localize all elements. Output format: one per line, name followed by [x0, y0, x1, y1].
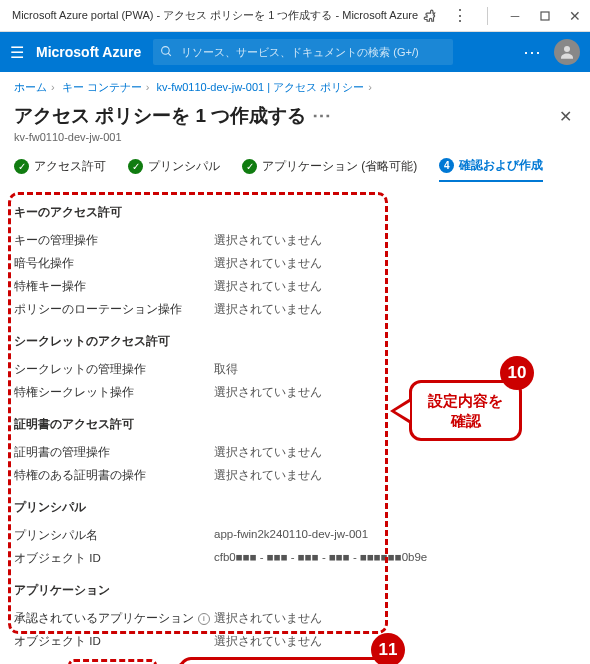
- section-title-key-perms: キーのアクセス許可: [14, 204, 576, 221]
- breadcrumb-item[interactable]: kv-fw0110-dev-jw-001 | アクセス ポリシー: [157, 81, 365, 93]
- review-row: 暗号化操作選択されていません: [14, 252, 576, 275]
- breadcrumb: ホーム› キー コンテナー› kv-fw0110-dev-jw-001 | アク…: [0, 72, 590, 99]
- avatar[interactable]: [554, 39, 580, 65]
- svg-line-2: [168, 53, 171, 56]
- info-icon[interactable]: i: [198, 613, 210, 625]
- svg-rect-0: [541, 12, 549, 20]
- brand-label[interactable]: Microsoft Azure: [36, 44, 141, 60]
- page-title: アクセス ポリシーを 1 つ作成する⋯: [14, 103, 555, 129]
- page-subtitle: kv-fw0110-dev-jw-001: [14, 131, 555, 143]
- window-title: Microsoft Azure portal (PWA) - アクセス ポリシー…: [8, 8, 423, 23]
- callout-10: 設定内容を 確認 10: [390, 380, 522, 441]
- annotation-dashed-box-11: [68, 659, 157, 664]
- check-icon: ✓: [242, 159, 257, 174]
- hamburger-icon[interactable]: ☰: [10, 43, 24, 62]
- check-icon: ✓: [128, 159, 143, 174]
- callout-number-badge: 10: [500, 356, 534, 390]
- callout-11: ［作成］ボタンをクリック 11: [160, 657, 393, 664]
- maximize-icon[interactable]: [538, 9, 552, 23]
- menu-dots-icon[interactable]: ⋮: [453, 9, 467, 23]
- page-header: アクセス ポリシーを 1 つ作成する⋯ kv-fw0110-dev-jw-001…: [0, 99, 590, 153]
- review-row: ポリシーのローテーション操作選択されていません: [14, 298, 576, 321]
- review-row: キーの管理操作選択されていません: [14, 229, 576, 252]
- step-current-icon: 4: [439, 158, 454, 173]
- footer-actions: 前へ 作成 ［作成］ボタンをクリック 11: [0, 653, 590, 664]
- search-input[interactable]: [153, 39, 453, 65]
- step-application[interactable]: ✓アプリケーション (省略可能): [242, 157, 417, 182]
- minimize-icon[interactable]: ─: [508, 9, 522, 23]
- svg-point-1: [162, 47, 170, 55]
- breadcrumb-item[interactable]: ホーム: [14, 81, 47, 93]
- callout-text: 設定内容を: [428, 392, 503, 409]
- browser-title-bar: Microsoft Azure portal (PWA) - アクセス ポリシー…: [0, 0, 590, 32]
- section-title-principal: プリンシパル: [14, 499, 576, 516]
- section-title-application: アプリケーション: [14, 582, 576, 599]
- check-icon: ✓: [14, 159, 29, 174]
- step-principal[interactable]: ✓プリンシパル: [128, 157, 220, 182]
- breadcrumb-item[interactable]: キー コンテナー: [62, 81, 142, 93]
- review-row: 承認されているアプリケーションi選択されていません: [14, 607, 576, 630]
- section-title-secret-perms: シークレットのアクセス許可: [14, 333, 576, 350]
- wizard-steps: ✓アクセス許可 ✓プリンシパル ✓アプリケーション (省略可能) 4確認および作…: [0, 153, 590, 190]
- review-row: プリンシパル名app-fwin2k240110-dev-jw-001: [14, 524, 576, 547]
- review-row: オブジェクト ID選択されていません: [14, 630, 576, 653]
- separator: [487, 7, 488, 25]
- close-blade-icon[interactable]: ✕: [555, 103, 576, 130]
- review-row: 特権キー操作選択されていません: [14, 275, 576, 298]
- review-row: オブジェクト IDcfb0■■■ - ■■■ - ■■■ - ■■■ - ■■■…: [14, 547, 576, 570]
- more-icon[interactable]: ⋯: [312, 105, 331, 126]
- step-permissions[interactable]: ✓アクセス許可: [14, 157, 106, 182]
- search-wrap: [153, 39, 511, 65]
- azure-top-bar: ☰ Microsoft Azure ⋯: [0, 32, 590, 72]
- review-row: 証明書の管理操作選択されていません: [14, 441, 576, 464]
- close-icon[interactable]: ✕: [568, 9, 582, 23]
- review-row: 特権のある証明書の操作選択されていません: [14, 464, 576, 487]
- callout-arrow-icon: [390, 397, 412, 425]
- review-row: シークレットの管理操作取得: [14, 358, 576, 381]
- step-review[interactable]: 4確認および作成: [439, 157, 543, 182]
- extension-icon[interactable]: [423, 9, 437, 23]
- svg-point-3: [564, 46, 570, 52]
- more-actions-icon[interactable]: ⋯: [523, 41, 542, 63]
- callout-number-badge: 11: [371, 633, 405, 664]
- callout-text: 確認: [451, 412, 481, 429]
- search-icon: [160, 45, 173, 58]
